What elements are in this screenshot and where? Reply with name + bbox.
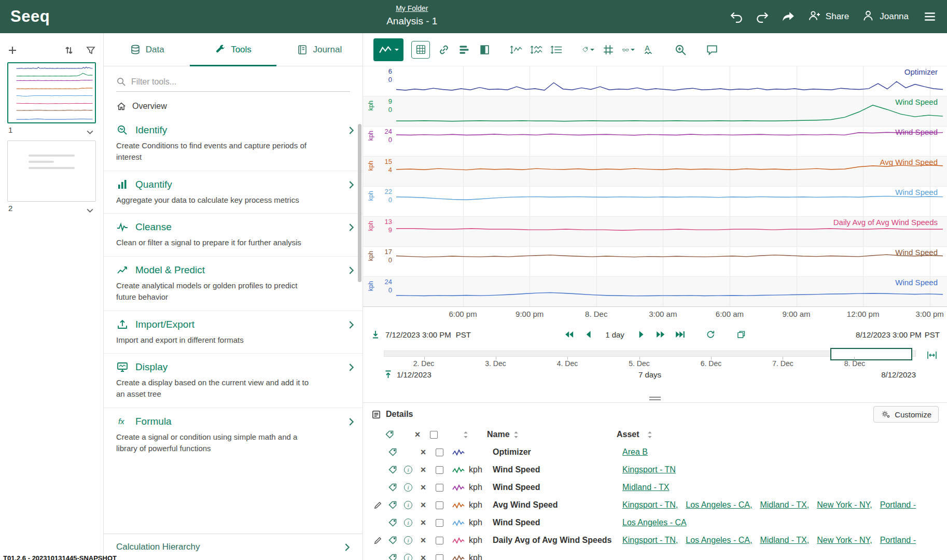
asset-link[interactable]: New York - NY,	[817, 500, 872, 510]
tab-data[interactable]: Data	[104, 33, 190, 66]
signal-style-icon[interactable]	[448, 484, 469, 492]
capsule-time-icon[interactable]	[458, 44, 470, 56]
select-checkbox[interactable]	[436, 449, 443, 456]
duplicate-range-icon[interactable]	[736, 330, 746, 339]
lane-plot[interactable]: Optimizer	[396, 66, 943, 96]
select-checkbox[interactable]	[436, 554, 443, 560]
tag-icon[interactable]	[388, 447, 398, 457]
series-label[interactable]: Wind Speed	[895, 97, 938, 106]
lane-plot[interactable]: Wind Speed	[396, 127, 943, 156]
asset-link[interactable]: Midland - TX,	[760, 536, 809, 545]
series-label[interactable]: Wind Speed	[895, 278, 938, 287]
series-label[interactable]: Avg Wind Speed	[880, 158, 938, 166]
select-checkbox[interactable]	[436, 537, 443, 544]
overview-item[interactable]: Overview	[104, 94, 363, 117]
trend-one-lane-icon[interactable]	[510, 44, 522, 56]
lane-plot[interactable]: Wind Speed	[396, 187, 943, 216]
trend-separate-lanes-icon[interactable]	[530, 44, 542, 56]
select-all-checkbox[interactable]	[430, 431, 438, 439]
asset-link[interactable]: Area B	[622, 447, 648, 457]
filter-worksheets-icon[interactable]	[86, 45, 96, 55]
tool-item-quantify[interactable]: QuantifyAggregate your data to calculate…	[104, 171, 363, 214]
asset-link[interactable]: Los Angeles - CA	[622, 518, 687, 527]
range-start-arrow-icon[interactable]	[370, 330, 381, 339]
signal-style-icon[interactable]	[448, 501, 469, 509]
lane-axis[interactable]: 60	[363, 66, 396, 96]
lane-plot[interactable]: Avg Wind Speed	[396, 157, 943, 186]
series-label[interactable]: Optimizer	[904, 67, 938, 76]
chevron-down-icon[interactable]	[86, 206, 94, 211]
remove-button[interactable]: ×	[421, 447, 426, 457]
asset-link[interactable]: Portland -	[880, 500, 916, 510]
signal-style-icon[interactable]	[448, 554, 469, 560]
tag-column-header-icon[interactable]	[385, 430, 395, 440]
lane-plot[interactable]: Wind Speed	[396, 247, 943, 276]
remove-button[interactable]: ×	[421, 536, 426, 545]
lane-plot[interactable]: Wind Speed	[396, 96, 943, 126]
signal-style-icon[interactable]	[448, 537, 469, 544]
sort-icon[interactable]	[463, 431, 468, 439]
lane-axis[interactable]: kph90	[363, 96, 396, 126]
lane-plot[interactable]: Daily Avg of Avg Wind Speeds	[396, 217, 943, 246]
info-icon[interactable]: i	[404, 554, 412, 560]
worksheet-thumbnail-2[interactable]	[7, 141, 96, 202]
breadcrumb-my-folder[interactable]: My Folder	[396, 4, 428, 12]
asset-link[interactable]: Midland - TX	[622, 483, 669, 492]
refresh-icon[interactable]	[705, 330, 716, 339]
resize-handle[interactable]	[649, 397, 661, 400]
tag-icon[interactable]	[388, 483, 398, 493]
display-duration[interactable]: 1 day	[605, 330, 624, 339]
redo-icon[interactable]	[756, 10, 769, 23]
lane-axis[interactable]: kph139	[363, 217, 396, 246]
lane-plot[interactable]: Wind Speed	[396, 277, 943, 306]
tag-icon[interactable]	[388, 536, 398, 545]
info-icon[interactable]: i	[404, 519, 412, 527]
remove-button[interactable]: ×	[421, 500, 426, 510]
range-expand-arrow-icon[interactable]	[384, 370, 393, 379]
chain-view-icon[interactable]	[438, 44, 450, 56]
series-label[interactable]: Wind Speed	[895, 188, 938, 197]
step-to-end-icon[interactable]	[675, 330, 685, 339]
signal-style-icon[interactable]	[448, 466, 469, 474]
signal-name[interactable]: Wind Speed	[493, 465, 622, 474]
step-back-fast-icon[interactable]	[564, 330, 574, 339]
table-view-icon[interactable]	[411, 41, 430, 59]
display-end-datetime[interactable]: 8/12/2023 3:00 PM	[856, 330, 922, 339]
hamburger-menu-icon[interactable]	[923, 10, 937, 23]
timeline-fit-icon[interactable]	[926, 351, 938, 360]
series-label[interactable]: Wind Speed	[895, 128, 938, 136]
tool-item-formula[interactable]: fxFormulaCreate a signal or condition us…	[104, 408, 363, 462]
step-forward-icon[interactable]	[636, 330, 647, 339]
asset-link[interactable]: Los Angeles - CA,	[686, 536, 752, 545]
asset-link[interactable]: New York - NY,	[817, 536, 872, 545]
edit-pencil-icon[interactable]	[373, 536, 382, 545]
tag-icon[interactable]	[388, 553, 398, 560]
tool-item-model-predict[interactable]: Model & PredictCreate analytical models …	[104, 256, 363, 311]
tag-icon[interactable]	[388, 500, 398, 510]
step-back-icon[interactable]	[583, 330, 593, 339]
signal-style-icon[interactable]	[448, 519, 469, 527]
remove-button[interactable]: ×	[421, 465, 426, 474]
select-checkbox[interactable]	[436, 484, 443, 492]
share-forward-icon[interactable]	[782, 10, 795, 23]
info-icon[interactable]: i	[404, 501, 412, 509]
select-checkbox[interactable]	[436, 519, 443, 527]
tool-item-import-export[interactable]: Import/ExportImport and export in differ…	[104, 311, 363, 354]
step-forward-fast-icon[interactable]	[656, 330, 666, 339]
signal-style-icon[interactable]	[448, 449, 469, 456]
compare-view-icon[interactable]	[478, 44, 491, 56]
lane-axis[interactable]: kph220	[363, 187, 396, 216]
tab-tools[interactable]: Tools	[190, 33, 276, 66]
series-label[interactable]: Daily Avg of Avg Wind Speeds	[833, 218, 938, 227]
undo-icon[interactable]	[730, 10, 743, 23]
analysis-title[interactable]: Analysis - 1	[386, 16, 437, 27]
tag-icon[interactable]	[388, 465, 398, 475]
app-logo[interactable]: Seeq	[10, 7, 50, 26]
panel-resize-divider[interactable]	[363, 394, 947, 402]
lane-axis[interactable]: kph240	[363, 277, 396, 306]
lane-axis[interactable]: kph170	[363, 247, 396, 276]
zoom-in-icon[interactable]	[674, 44, 687, 56]
asset-link[interactable]: Midland - TX,	[760, 500, 809, 510]
name-column-header[interactable]: Name	[487, 430, 617, 439]
worksheet-thumbnail-1[interactable]	[7, 62, 96, 123]
